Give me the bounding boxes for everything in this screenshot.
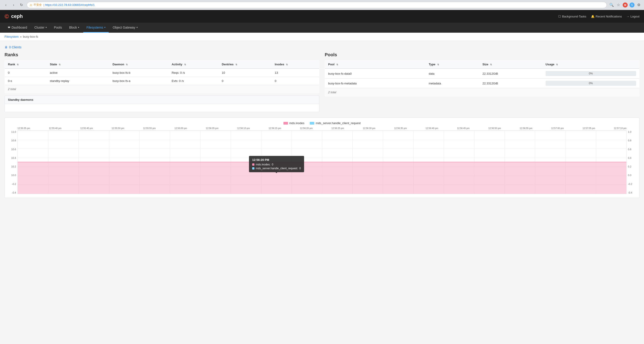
nav-item-cluster[interactable]: Cluster ▾ (31, 23, 50, 33)
size-col-header[interactable]: Size ⇅ (479, 60, 542, 69)
pools-section: Pools Pool ⇅ Type ⇅ Size ⇅ Usage ⇅ busy-… (325, 52, 640, 112)
nav-block-label: Block (69, 26, 77, 29)
ranks-total-cell: 2 total (5, 85, 319, 93)
clients-link[interactable]: 🖥 0 Clients (4, 45, 640, 49)
background-tasks-label: Background-Tasks (562, 15, 586, 18)
y-label: -0.2 (8, 183, 16, 185)
nav-item-filesystems[interactable]: Filesystems ▾ (83, 23, 108, 33)
dashboard-icon: ❤ (8, 26, 10, 29)
time-label: 12:56:15 pm (269, 127, 282, 130)
main-content: 🖥 0 Clients Ranks Rank ⇅ State ⇅ Daemon … (0, 41, 644, 202)
pool-size-cell: 22.3312GiB (479, 79, 542, 88)
standby-section: Standby daemons (4, 96, 319, 112)
settings-icon[interactable]: ⚙ (636, 3, 641, 8)
y-right-label: -0.4 (628, 191, 636, 194)
y-right-label: 0.4 (628, 157, 636, 159)
search-icon[interactable]: 🔍 (609, 3, 614, 8)
y-label: 10.4 (8, 157, 16, 159)
forward-button[interactable]: › (10, 2, 17, 8)
usage-col-header[interactable]: Usage ⇅ (542, 60, 640, 69)
state-col-header[interactable]: State ⇅ (47, 60, 110, 69)
table-row: busy-box-fs-data0 data 22.3312GiB 0% (325, 69, 640, 79)
time-label: 12:56:55 pm (520, 127, 532, 130)
nav-cluster-label: Cluster (34, 26, 44, 29)
rank-col-header[interactable]: Rank ⇅ (5, 60, 47, 69)
time-label: 12:56:00 pm (174, 127, 187, 130)
nav-object-gateway-label: Object Gateway (113, 26, 136, 29)
clients-count-label: 0 Clients (9, 45, 21, 49)
state-cell: active (47, 69, 110, 77)
breadcrumb-parent[interactable]: Filesystem (4, 35, 18, 38)
background-tasks-button[interactable]: ☐ Background-Tasks (558, 15, 586, 18)
inodes-sort-icon: ⇅ (286, 63, 288, 66)
rank-cell: 0-s (5, 77, 47, 85)
usage-bar-label: 0% (589, 72, 593, 75)
pool-name-cell: busy-box-fs-data0 (325, 69, 426, 79)
dentries-col-header[interactable]: Dentries ⇅ (218, 60, 272, 69)
block-dropdown-icon: ▾ (78, 26, 79, 29)
bookmark-icon[interactable]: ☆ (616, 3, 621, 8)
reload-button[interactable]: ↻ (18, 2, 24, 8)
notifications-button[interactable]: 🔔 Recent Notifications (591, 15, 622, 18)
inodes-col-header[interactable]: Inodes ⇅ (272, 60, 319, 69)
time-label: 12:56:40 pm (426, 127, 438, 130)
extensions-icon[interactable]: M (623, 3, 628, 8)
daemon-col-header[interactable]: Daemon ⇅ (109, 60, 168, 69)
activity-cell: Evts: 0 /s (168, 77, 218, 85)
time-label: 12:56:05 pm (206, 127, 218, 130)
usage-bar: 0% (546, 81, 636, 86)
nav-item-object-gateway[interactable]: Object Gateway ▾ (110, 23, 141, 33)
y-label: 10.0 (8, 174, 16, 177)
nav-item-pools[interactable]: Pools (51, 23, 65, 33)
breadcrumb: Filesystem » busy-box-fs (0, 33, 644, 41)
time-label: 12:56:50 pm (488, 127, 501, 130)
nav-item-dashboard[interactable]: ❤ Dashboard (4, 23, 30, 33)
profile-icon[interactable]: S (630, 3, 634, 8)
logout-label: Logout (630, 15, 640, 18)
table-row: 0 active busy-box-fs-b Reqs: 0 /s 10 13 (5, 69, 319, 77)
app-logo[interactable]: © ceph (4, 13, 23, 20)
y-label: 11.0 (8, 131, 16, 133)
chart-fill-pink (18, 162, 626, 194)
pools-total-cell: 2 total (325, 88, 640, 96)
activity-cell: Reqs: 0 /s (168, 69, 218, 77)
browser-chrome: ‹ › ↻ ⚠ 不安全 | https://10.222.78.63:33665… (0, 0, 644, 10)
pools-title: Pools (325, 52, 640, 57)
table-row: 0-s standby-replay busy-box-fs-a Evts: 0… (5, 77, 319, 85)
address-bar[interactable]: ⚠ 不安全 | https://10.222.78.63:33665/#/cep… (27, 2, 607, 8)
usage-bar: 0% (546, 71, 636, 76)
y-label: -0.4 (8, 191, 16, 194)
filesystems-dropdown-icon: ▾ (104, 26, 106, 29)
breadcrumb-current: busy-box-fs (23, 35, 38, 38)
legend-handle-request: mds_server.handle_client_request (310, 121, 360, 125)
time-label: 12:56:35 pm (394, 127, 407, 130)
rank-sort-icon: ⇅ (17, 63, 18, 66)
activity-col-header[interactable]: Activity ⇅ (168, 60, 218, 69)
nav-item-block[interactable]: Block ▾ (66, 23, 82, 33)
ceph-logo-icon: © (4, 13, 9, 20)
standby-header: Standby daemons (4, 96, 319, 104)
type-col-header[interactable]: Type ⇅ (426, 60, 479, 69)
time-label: 12:55:40 pm (49, 127, 62, 130)
cluster-dropdown-icon: ▾ (46, 26, 47, 29)
y-right-label: 0.2 (628, 165, 636, 168)
clients-icon: 🖥 (4, 45, 8, 49)
logout-icon: → (626, 15, 629, 18)
y-right-label: -0.2 (628, 183, 636, 185)
back-button[interactable]: ‹ (3, 2, 9, 8)
time-label: 12:57:10 pm (614, 127, 626, 130)
y-label: 10.6 (8, 148, 16, 151)
table-total-row: 2 total (5, 85, 319, 93)
tasks-icon: ☐ (558, 15, 561, 18)
legend-handle-request-label: mds_server.handle_client_request (316, 121, 360, 125)
time-label: 12:56:30 pm (363, 127, 376, 130)
pool-col-header[interactable]: Pool ⇅ (325, 60, 426, 69)
time-label: 12:56:10 pm (237, 127, 250, 130)
legend-pink-color (284, 122, 288, 125)
pool-type-cell: metadata (426, 79, 479, 88)
y-right-label: 0.8 (628, 139, 636, 142)
logout-button[interactable]: → Logout (626, 15, 640, 18)
chart-plot[interactable]: 12:56:20 PM mds.inodes: 0 mds_server.han… (18, 131, 626, 194)
url-text: https://10.222.78.63:33665/#/cephfs/1 (45, 3, 94, 7)
object-gateway-dropdown-icon: ▾ (136, 26, 138, 29)
